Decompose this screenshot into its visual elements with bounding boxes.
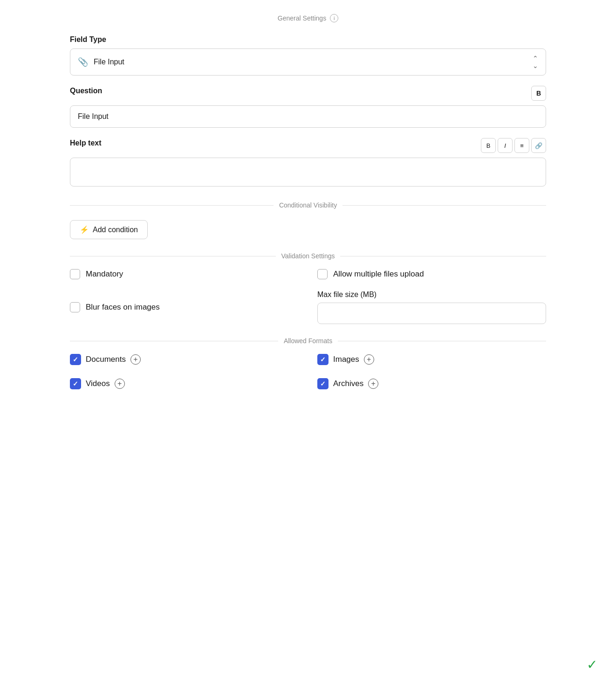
images-add-icon[interactable]: + bbox=[364, 354, 374, 365]
general-settings-header: General Settings i bbox=[70, 14, 546, 22]
add-condition-button[interactable]: ⚡ Add condition bbox=[70, 220, 148, 239]
documents-add-icon[interactable]: + bbox=[130, 354, 141, 365]
help-text-header: Help text B I ≡ 🔗 bbox=[70, 138, 546, 153]
field-type-group: Field Type 📎 File Input ⌃⌄ bbox=[70, 35, 546, 76]
allowed-formats-divider: Allowed Formats bbox=[70, 337, 546, 345]
help-text-input[interactable] bbox=[70, 158, 546, 187]
archives-checkbox[interactable] bbox=[317, 378, 329, 389]
allow-multiple-files-checkbox[interactable] bbox=[317, 269, 328, 279]
question-label: Question bbox=[70, 87, 102, 95]
blur-faces-row: Blur faces on images bbox=[70, 290, 299, 324]
lightning-icon: ⚡ bbox=[80, 225, 89, 234]
blur-faces-checkbox[interactable] bbox=[70, 302, 80, 312]
validation-grid: Mandatory Allow multiple files upload Bl… bbox=[70, 269, 546, 324]
max-file-size-group: Max file size (MB) bbox=[317, 290, 546, 324]
mandatory-checkbox[interactable] bbox=[70, 269, 80, 279]
field-type-select-left: 📎 File Input bbox=[78, 57, 124, 67]
question-bold-button[interactable]: B bbox=[531, 86, 546, 101]
allow-multiple-files-label: Allow multiple files upload bbox=[333, 269, 424, 279]
help-text-toolbar: B I ≡ 🔗 bbox=[481, 138, 546, 153]
conditional-visibility-divider: Conditional Visibility bbox=[70, 201, 546, 209]
documents-row: Documents + bbox=[70, 354, 299, 365]
info-icon[interactable]: i bbox=[330, 14, 338, 22]
images-checkbox[interactable] bbox=[317, 354, 329, 365]
validation-settings-divider: Validation Settings bbox=[70, 252, 546, 260]
help-link-button[interactable]: 🔗 bbox=[531, 138, 546, 153]
conditional-visibility-header: Conditional Visibility bbox=[279, 201, 337, 209]
images-row: Images + bbox=[317, 354, 546, 365]
videos-add-icon[interactable]: + bbox=[115, 379, 125, 389]
save-checkmark[interactable]: ✓ bbox=[587, 657, 597, 672]
help-italic-button[interactable]: I bbox=[498, 138, 513, 153]
add-condition-label: Add condition bbox=[93, 226, 138, 234]
chevron-updown-icon: ⌃⌄ bbox=[533, 55, 538, 69]
videos-label: Videos bbox=[86, 379, 110, 388]
videos-checkbox[interactable] bbox=[70, 378, 81, 389]
help-text-label: Help text bbox=[70, 139, 102, 147]
videos-row: Videos + bbox=[70, 378, 299, 389]
help-bold-button[interactable]: B bbox=[481, 138, 496, 153]
max-file-size-input[interactable] bbox=[317, 303, 546, 324]
archives-row: Archives + bbox=[317, 378, 546, 389]
field-type-value: File Input bbox=[94, 58, 124, 66]
allow-multiple-files-row: Allow multiple files upload bbox=[317, 269, 546, 279]
max-file-size-label: Max file size (MB) bbox=[317, 290, 546, 299]
archives-add-icon[interactable]: + bbox=[368, 379, 378, 389]
question-header: Question B bbox=[70, 86, 546, 101]
field-type-label: Field Type bbox=[70, 35, 546, 44]
allowed-formats-header: Allowed Formats bbox=[284, 337, 332, 345]
paperclip-icon: 📎 bbox=[78, 57, 88, 67]
validation-settings-header: Validation Settings bbox=[281, 252, 335, 260]
mandatory-row: Mandatory bbox=[70, 269, 299, 279]
blur-faces-label: Blur faces on images bbox=[86, 303, 160, 312]
help-text-group: Help text B I ≡ 🔗 bbox=[70, 138, 546, 188]
help-list-button[interactable]: ≡ bbox=[514, 138, 529, 153]
question-input[interactable] bbox=[70, 105, 546, 128]
images-label: Images bbox=[333, 355, 359, 364]
question-group: Question B bbox=[70, 86, 546, 128]
allowed-formats-grid: Documents + Images + Videos + Archives + bbox=[70, 354, 546, 389]
mandatory-label: Mandatory bbox=[86, 269, 123, 279]
documents-label: Documents bbox=[86, 355, 126, 364]
general-settings-title: General Settings bbox=[278, 14, 326, 22]
archives-label: Archives bbox=[333, 379, 363, 388]
documents-checkbox[interactable] bbox=[70, 354, 81, 365]
field-type-select[interactable]: 📎 File Input ⌃⌄ bbox=[70, 48, 546, 76]
